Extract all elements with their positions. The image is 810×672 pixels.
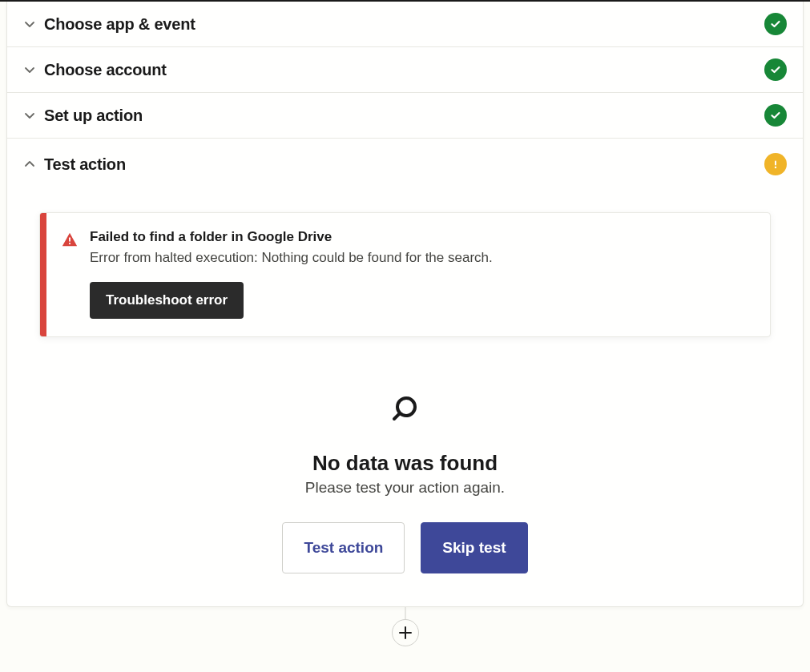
error-stripe (40, 213, 46, 336)
success-check-icon (764, 58, 787, 81)
step-title: Test action (44, 155, 126, 174)
error-message: Error from halted execution: Nothing cou… (90, 248, 493, 268)
svg-line-6 (394, 414, 399, 419)
chevron-down-icon (23, 18, 36, 30)
step-choose-account[interactable]: Choose account (7, 47, 803, 93)
add-step-button[interactable] (392, 619, 419, 646)
svg-point-4 (69, 243, 71, 244)
action-setup-panel: Choose app & event Choose account Set up… (6, 2, 804, 607)
success-check-icon (764, 104, 787, 127)
error-title: Failed to find a folder in Google Drive (90, 229, 493, 245)
step-test-action[interactable]: Test action (7, 139, 803, 187)
test-action-button[interactable]: Test action (282, 522, 405, 573)
step-title: Set up action (44, 107, 143, 125)
chevron-down-icon (23, 63, 36, 76)
empty-state-title: No data was found (312, 451, 498, 476)
no-data-empty-state: No data was found Please test your actio… (7, 393, 803, 573)
empty-state-subtitle: Please test your action again. (305, 479, 505, 497)
success-check-icon (764, 13, 787, 35)
warning-exclamation-icon (764, 153, 787, 175)
error-alert: Failed to find a folder in Google Drive … (39, 212, 771, 337)
connector-line (405, 607, 405, 620)
step-title: Choose app & event (44, 15, 195, 34)
chevron-down-icon (23, 109, 36, 122)
step-choose-app-event[interactable]: Choose app & event (7, 2, 803, 47)
svg-rect-1 (775, 161, 776, 166)
chevron-up-icon (23, 158, 36, 171)
step-set-up-action[interactable]: Set up action (7, 93, 803, 139)
skip-test-button[interactable]: Skip test (421, 522, 527, 573)
alert-triangle-icon (61, 229, 79, 319)
svg-rect-3 (69, 237, 71, 242)
search-icon (389, 393, 421, 429)
troubleshoot-error-button[interactable]: Troubleshoot error (90, 282, 244, 319)
step-title: Choose account (44, 61, 167, 79)
svg-point-2 (775, 167, 776, 168)
